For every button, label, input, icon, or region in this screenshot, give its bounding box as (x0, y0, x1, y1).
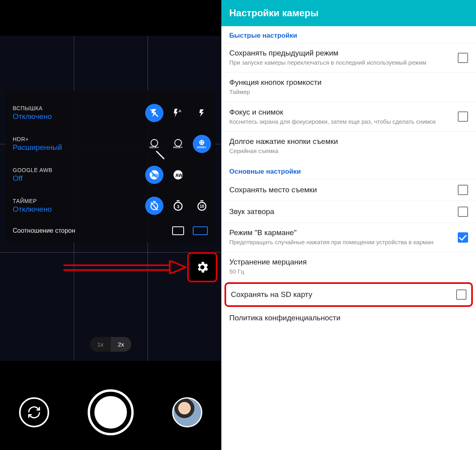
item-pocket-mode[interactable]: Режим "В кармане" Предотвращать случайны… (221, 222, 476, 252)
pocket-mode-title: Режим "В кармане" (229, 228, 453, 237)
shutter-sound-checkbox[interactable] (458, 207, 468, 217)
save-sd-checkbox[interactable] (456, 289, 466, 300)
svg-text:A: A (178, 109, 181, 113)
hdr-off-icon[interactable]: ◯HDR+ (145, 135, 163, 153)
item-long-press[interactable]: Долгое нажатие кнопки съемки Серийная съ… (221, 131, 476, 161)
prev-mode-desc: При запуске камеры переключаться в после… (229, 59, 453, 67)
gallery-thumbnail-button[interactable] (172, 397, 202, 427)
item-shutter-sound[interactable]: Звук затвора (221, 201, 476, 222)
hdr-enhanced-icon[interactable]: ⊕HDR+ (193, 135, 211, 153)
svg-marker-14 (170, 260, 186, 274)
awb-on-icon[interactable]: AW (169, 166, 187, 184)
annotation-arrow (63, 260, 186, 274)
shutter-button[interactable] (88, 389, 134, 435)
awb-value: Off (13, 174, 145, 183)
aspect-43-icon[interactable] (172, 226, 184, 235)
long-press-title: Долгое нажатие кнопки съемки (229, 137, 463, 146)
item-save-location[interactable]: Сохранять место съемки (221, 179, 476, 201)
save-location-title: Сохранять место съемки (229, 186, 453, 194)
save-location-checkbox[interactable] (458, 185, 468, 195)
zoom-toggle[interactable]: 1x 2x (90, 337, 131, 352)
save-sd-title: Сохранять на SD карту (231, 290, 451, 299)
hdr-label: HDR+ (13, 136, 145, 142)
item-vol-keys[interactable]: Функция кнопок громкости Таймер (221, 72, 476, 101)
item-focus-shot[interactable]: Фокус и снимок Коснитесь экрана для фоку… (221, 102, 476, 131)
flicker-title: Устранение мерцания (229, 258, 463, 266)
focus-shot-desc: Коснитесь экрана для фокусировки, затем … (229, 118, 453, 126)
pocket-mode-desc: Предотвращать случайные нажатия при поме… (229, 238, 453, 246)
item-prev-mode[interactable]: Сохранять предыдущий режим При запуске к… (221, 43, 476, 72)
long-press-desc: Серийная съемка (229, 147, 463, 155)
flash-label: ВСПЫШКА (13, 105, 145, 111)
section-quick-header: Быстрые настройки (221, 26, 476, 43)
zoom-1x[interactable]: 1x (90, 337, 111, 352)
grid-line (0, 252, 221, 253)
flash-on-icon[interactable] (193, 104, 211, 122)
item-privacy[interactable]: Политика конфиденциальности (221, 308, 476, 328)
vol-keys-title: Функция кнопок громкости (229, 78, 463, 87)
awb-off-icon[interactable]: AW (145, 166, 163, 184)
section-main-header: Основные настройки (221, 161, 476, 179)
settings-gear-button[interactable] (187, 252, 217, 282)
timer-row: ТАЙМЕР Отключено 3 10 (13, 190, 211, 221)
hdr-value: Расширенный (13, 143, 145, 152)
aspect-label: Соотношение сторон (13, 227, 172, 234)
flash-row: ВСПЫШКА Отключено A (13, 98, 211, 128)
prev-mode-checkbox[interactable] (458, 53, 468, 63)
timer-value: Отключено (13, 205, 145, 214)
focus-shot-title: Фокус и снимок (229, 108, 453, 117)
timer-label: ТАЙМЕР (13, 198, 145, 204)
focus-shot-checkbox[interactable] (458, 111, 468, 122)
timer-10s-icon[interactable]: 10 (193, 197, 211, 215)
timer-10s-label: 10 (200, 204, 204, 209)
gear-icon (195, 260, 209, 274)
item-flicker[interactable]: Устранение мерцания 50 Гц (221, 252, 476, 281)
flicker-desc: 50 Гц (229, 268, 463, 276)
aspect-row: Соотношение сторон (13, 221, 211, 240)
flash-value: Отключено (13, 112, 145, 121)
vol-keys-desc: Таймер (229, 88, 463, 96)
awb-label: GOOGLE AWB (13, 167, 145, 173)
awb-row: GOOGLE AWB Off AW AW (13, 159, 211, 190)
svg-text:AW: AW (175, 172, 183, 178)
quick-settings-panel: ВСПЫШКА Отключено A HDR+ Расширенный (6, 90, 216, 243)
timer-3s-icon[interactable]: 3 (169, 197, 187, 215)
switch-camera-icon (27, 405, 41, 419)
camera-screen: ВСПЫШКА Отключено A HDR+ Расширенный (0, 0, 221, 450)
switch-camera-button[interactable] (19, 397, 49, 427)
svg-line-2 (156, 151, 164, 159)
privacy-title: Политика конфиденциальности (229, 314, 463, 322)
settings-screen: Настройки камеры Быстрые настройки Сохра… (221, 0, 476, 450)
prev-mode-title: Сохранять предыдущий режим (229, 49, 453, 57)
camera-bottom-bar (0, 375, 221, 450)
aspect-169-icon[interactable] (193, 226, 208, 235)
flash-auto-icon[interactable]: A (169, 104, 187, 122)
shutter-sound-title: Звук затвора (229, 207, 453, 216)
item-save-sd[interactable]: Сохранять на SD карту (225, 282, 473, 307)
timer-3s-label: 3 (177, 204, 179, 209)
zoom-2x[interactable]: 2x (111, 337, 131, 352)
hdr-on-icon[interactable]: ◯HDR+ (169, 135, 187, 153)
pocket-mode-checkbox[interactable] (458, 232, 468, 243)
timer-off-icon[interactable] (145, 197, 163, 215)
hdr-row: HDR+ Расширенный ◯HDR+ ◯HDR+ ⊕HDR+ (13, 128, 211, 159)
flash-off-icon[interactable] (145, 104, 163, 122)
settings-title: Настройки камеры (221, 0, 476, 26)
